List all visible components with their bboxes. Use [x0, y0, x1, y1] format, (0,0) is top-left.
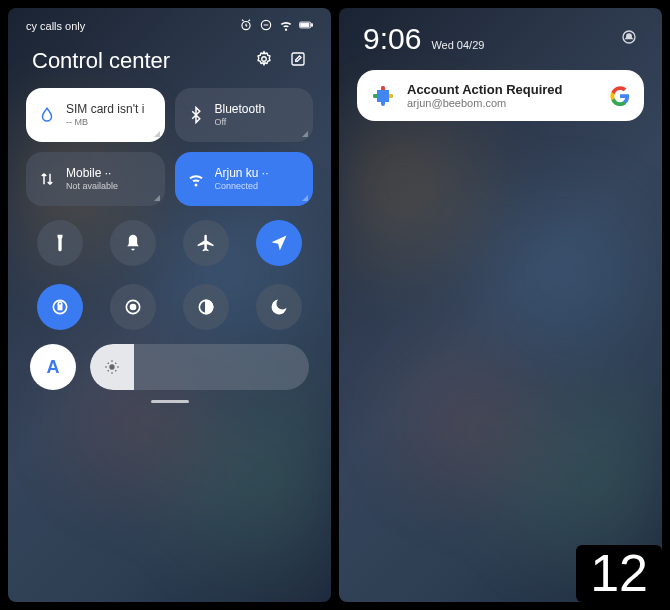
- battery-icon: [299, 18, 313, 34]
- control-center-header: Control center: [8, 40, 331, 88]
- alarm-icon: [239, 18, 253, 34]
- airplane-toggle[interactable]: [183, 220, 229, 266]
- wifi-label: Arjun ku ··: [215, 166, 269, 180]
- auto-brightness-button[interactable]: A: [30, 344, 76, 390]
- settings-icon[interactable]: [255, 50, 273, 72]
- wifi-tile[interactable]: Arjun ku ·· Connected: [175, 152, 314, 206]
- mute-toggle[interactable]: [110, 220, 156, 266]
- edit-icon[interactable]: [289, 50, 307, 72]
- sim-label: SIM card isn't i: [66, 102, 144, 116]
- bluetooth-sub: Off: [215, 117, 266, 128]
- lock-screen-header: 9:06 Wed 04/29: [339, 8, 662, 60]
- notification-card[interactable]: Account Action Required arjun@beebom.com: [357, 70, 644, 121]
- panel-handle[interactable]: [151, 400, 189, 403]
- phone-right: 9:06 Wed 04/29 Account Action Required a…: [339, 8, 662, 602]
- wifi-icon: [187, 170, 205, 188]
- data-arrows-icon: [38, 170, 56, 188]
- brightness-slider[interactable]: [90, 344, 309, 390]
- bluetooth-icon: [187, 106, 205, 124]
- notification-title: Account Action Required: [407, 82, 598, 97]
- google-icon: [610, 86, 630, 106]
- svg-point-9: [130, 305, 135, 310]
- version-badge: 12: [576, 545, 662, 602]
- status-icons: [239, 18, 313, 34]
- svg-point-12: [109, 364, 114, 369]
- expand-icon: [154, 195, 160, 201]
- auto-label: A: [47, 357, 60, 378]
- screenshot-toggle[interactable]: [110, 284, 156, 330]
- bluetooth-label: Bluetooth: [215, 102, 266, 116]
- clock-time: 9:06: [363, 22, 421, 56]
- location-toggle[interactable]: [256, 220, 302, 266]
- clock-date: Wed 04/29: [431, 39, 484, 51]
- sim-tile[interactable]: SIM card isn't i -- MB: [26, 88, 165, 142]
- carrier-text: cy calls only: [26, 20, 85, 32]
- svg-rect-4: [301, 23, 309, 27]
- sun-icon: [104, 359, 120, 375]
- notification-bell-icon[interactable]: [620, 28, 638, 50]
- bluetooth-tile[interactable]: Bluetooth Off: [175, 88, 314, 142]
- mobile-label: Mobile ··: [66, 166, 118, 180]
- expand-icon: [302, 195, 308, 201]
- dnd-icon: [259, 18, 273, 34]
- control-center-title: Control center: [32, 48, 170, 74]
- expand-icon: [154, 131, 160, 137]
- wifi-sub: Connected: [215, 181, 269, 192]
- sim-sub: -- MB: [66, 117, 144, 128]
- wifi-icon: [279, 18, 293, 34]
- mobile-sub: Not available: [66, 181, 118, 192]
- droplet-icon: [38, 106, 56, 124]
- notification-subtitle: arjun@beebom.com: [407, 97, 598, 109]
- svg-rect-6: [292, 53, 304, 65]
- svg-rect-8: [58, 305, 61, 309]
- expand-icon: [302, 131, 308, 137]
- phone-left: cy calls only Control center SIM card is…: [8, 8, 331, 602]
- flashlight-toggle[interactable]: [37, 220, 83, 266]
- dnd-toggle[interactable]: [256, 284, 302, 330]
- puzzle-icon: [371, 84, 395, 108]
- svg-point-5: [262, 57, 267, 62]
- svg-rect-3: [311, 24, 312, 26]
- dark-mode-toggle[interactable]: [183, 284, 229, 330]
- brightness-fill: [90, 344, 134, 390]
- status-bar-left: cy calls only: [8, 8, 331, 40]
- rotation-lock-toggle[interactable]: [37, 284, 83, 330]
- mobile-data-tile[interactable]: Mobile ·· Not available: [26, 152, 165, 206]
